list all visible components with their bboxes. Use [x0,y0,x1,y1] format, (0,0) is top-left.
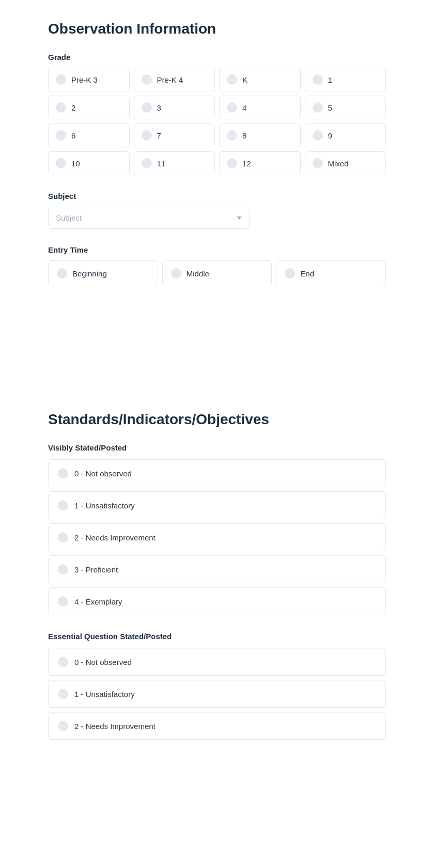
standards-section-title: Standards/Indicators/Objectives [48,411,386,428]
radio-circle [58,721,68,731]
radio-circle [56,130,66,141]
radio-circle [58,468,68,478]
grade-option-label: K [242,75,247,84]
radio-circle [58,657,68,667]
radio-circle [56,74,66,85]
radio-circle [227,130,237,141]
rating-option-label: 1 - Unsatisfactory [74,690,135,699]
radio-circle [58,689,68,699]
grade-option-label: 8 [242,131,246,140]
grade-option[interactable]: K [219,68,301,91]
radio-circle [171,268,181,278]
grade-option[interactable]: 2 [48,96,130,119]
grade-option-label: 12 [242,159,251,168]
grade-option[interactable]: 11 [134,151,215,175]
radio-circle [56,158,66,168]
subject-placeholder: Subject [56,213,82,222]
entry-time-grid: BeginningMiddleEnd [48,260,386,286]
visibly-stated-option[interactable]: 1 - Unsatisfactory [48,491,386,519]
grade-option[interactable]: 7 [134,123,215,147]
grade-option[interactable]: 10 [48,151,130,175]
radio-circle [142,102,152,113]
grade-option-label: 6 [71,131,75,140]
rating-option-label: 2 - Needs Improvement [74,722,156,731]
essential-question-options: 0 - Not observed1 - Unsatisfactory2 - Ne… [48,648,386,740]
subject-dropdown[interactable]: Subject [48,207,250,229]
visibly-stated-option[interactable]: 0 - Not observed [48,459,386,487]
grade-option[interactable]: Pre-K 4 [134,68,215,91]
grade-grid: Pre-K 3Pre-K 4K123456789101112Mixed [48,68,386,175]
radio-circle [142,158,152,168]
radio-circle [313,158,323,168]
rating-option-label: 0 - Not observed [74,469,132,478]
radio-circle [58,596,68,607]
grade-option-label: 3 [157,103,161,112]
essential-question-group: Essential Question Stated/Posted 0 - Not… [48,632,386,740]
essential-question-option[interactable]: 0 - Not observed [48,648,386,676]
grade-option[interactable]: 8 [219,123,301,147]
radio-circle [56,102,66,113]
grade-option[interactable]: 9 [305,123,386,147]
entry-time-label: Entry Time [48,245,386,254]
radio-circle [142,74,152,85]
entry-time-field-group: Entry Time BeginningMiddleEnd [48,245,386,286]
grade-option[interactable]: 3 [134,96,215,119]
entry-time-label: End [300,269,314,278]
grade-option[interactable]: 6 [48,123,130,147]
grade-option[interactable]: 12 [219,151,301,175]
essential-question-option[interactable]: 1 - Unsatisfactory [48,680,386,708]
grade-option[interactable]: Pre-K 3 [48,68,130,91]
radio-circle [227,158,237,168]
visibly-stated-option[interactable]: 3 - Proficient [48,555,386,583]
grade-label: Grade [48,53,386,61]
rating-option-label: 3 - Proficient [74,565,118,574]
visibly-stated-options: 0 - Not observed1 - Unsatisfactory2 - Ne… [48,459,386,615]
entry-time-option[interactable]: Beginning [48,260,158,286]
grade-option[interactable]: 5 [305,96,386,119]
radio-circle [227,102,237,113]
grade-option[interactable]: Mixed [305,151,386,175]
grade-option-label: Pre-K 4 [157,75,183,84]
visibly-stated-label: Visibly Stated/Posted [48,443,386,452]
entry-time-label: Beginning [72,269,107,278]
visibly-stated-group: Visibly Stated/Posted 0 - Not observed1 … [48,443,386,615]
radio-circle [58,500,68,510]
radio-circle [227,74,237,85]
entry-time-option[interactable]: End [276,260,386,286]
radio-circle [285,268,295,278]
grade-option-label: 1 [328,75,332,84]
grade-option-label: 7 [157,131,161,140]
spacer [48,303,386,406]
standards-section: Standards/Indicators/Objectives Visibly … [48,411,386,740]
subject-field-group: Subject Subject [48,192,386,229]
grade-option-label: 10 [71,159,80,168]
observation-section-title: Observation Information [48,21,386,37]
grade-option-label: 2 [71,103,75,112]
grade-option[interactable]: 1 [305,68,386,91]
entry-time-option[interactable]: Middle [162,260,272,286]
radio-circle [313,74,323,85]
grade-option[interactable]: 4 [219,96,301,119]
radio-circle [313,130,323,141]
chevron-down-icon [237,216,242,220]
rating-option-label: 0 - Not observed [74,658,132,667]
grade-option-label: 11 [157,159,166,168]
radio-circle [58,564,68,575]
grade-option-label: 9 [328,131,332,140]
grade-option-label: 4 [242,103,246,112]
rating-option-label: 2 - Needs Improvement [74,533,156,542]
essential-question-option[interactable]: 2 - Needs Improvement [48,712,386,740]
rating-option-label: 4 - Exemplary [74,597,122,606]
grade-field-group: Grade Pre-K 3Pre-K 4K123456789101112Mixe… [48,53,386,175]
visibly-stated-option[interactable]: 4 - Exemplary [48,587,386,615]
visibly-stated-option[interactable]: 2 - Needs Improvement [48,523,386,551]
rating-option-label: 1 - Unsatisfactory [74,501,135,510]
subject-label: Subject [48,192,386,200]
radio-circle [57,268,67,278]
entry-time-label: Middle [187,269,209,278]
radio-circle [313,102,323,113]
grade-option-label: Pre-K 3 [71,75,98,84]
grade-option-label: Mixed [328,159,349,168]
essential-question-label: Essential Question Stated/Posted [48,632,386,641]
grade-option-label: 5 [328,103,332,112]
